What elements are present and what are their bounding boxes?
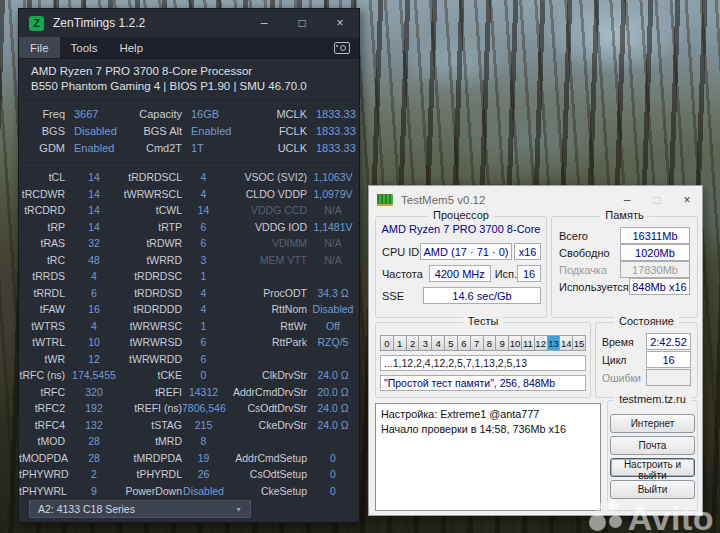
timing-label: tRCDWR bbox=[19, 188, 65, 200]
timing-label: tRFC4 bbox=[19, 419, 65, 431]
test-cell-14[interactable]: 14 bbox=[560, 335, 573, 351]
zentimings-window-title: ZenTimings 1.2.2 bbox=[53, 16, 145, 30]
menu-item-help[interactable]: Help bbox=[108, 37, 154, 58]
menu-item-file[interactable]: File bbox=[19, 37, 60, 58]
test-cell-5[interactable]: 5 bbox=[445, 335, 458, 351]
memory-row: Всего16311Mb bbox=[559, 227, 690, 244]
minimize-icon[interactable]: – bbox=[612, 193, 642, 207]
status-row: Ошибки bbox=[602, 369, 691, 386]
timing-label: tFAW bbox=[19, 303, 65, 315]
test-cell-8[interactable]: 8 bbox=[484, 335, 497, 351]
sse-speed-box: 14.6 sec/Gb bbox=[423, 287, 541, 304]
testmem5-window: TestMem5 v0.12 – □ × Процессор AMD Ryzen… bbox=[368, 185, 703, 516]
freq-label: BGS Alt bbox=[123, 125, 182, 137]
timing-label: tREFI (ns) bbox=[123, 402, 182, 414]
memory-value-box: 17830Mb bbox=[620, 261, 690, 278]
timing-label: tMODPDA bbox=[19, 452, 65, 464]
status-group: Состояние Время2:42.52Цикл16Ошибки bbox=[595, 322, 698, 398]
freq-value: 1833.33 bbox=[307, 125, 359, 137]
timing-label: tRRDL bbox=[19, 287, 65, 299]
timing-value: N/A bbox=[307, 237, 359, 249]
timing-label: tRDRDSCL bbox=[123, 171, 182, 183]
exit-button[interactable]: Выйти bbox=[610, 480, 695, 499]
timing-label: VDDG IOD bbox=[225, 221, 307, 233]
status-row: Время2:42.52 bbox=[602, 333, 691, 350]
test-cell-3[interactable]: 3 bbox=[419, 335, 432, 351]
freq-label: Cmd2T bbox=[123, 142, 182, 154]
freq-label: Capacity bbox=[123, 108, 182, 120]
test-cell-2[interactable]: 2 bbox=[407, 335, 420, 351]
timing-value: 1,1063V bbox=[307, 171, 359, 183]
test-cell-7[interactable]: 7 bbox=[471, 335, 484, 351]
timing-label: tRTP bbox=[123, 221, 182, 233]
timing-value: 215 bbox=[182, 419, 225, 431]
timing-value: 24.0 Ω bbox=[307, 419, 359, 431]
timings-grid: tCL14tRDRDSCL4VSOC (SVI2)1,1063VtRCDWR14… bbox=[19, 169, 359, 499]
memory-profile-selector[interactable]: A2: 4133 C18 Series ▼ bbox=[29, 500, 251, 518]
timing-label: CkeSetup bbox=[225, 485, 307, 497]
test-cell-1[interactable]: 1 bbox=[394, 335, 407, 351]
test-cell-6[interactable]: 6 bbox=[458, 335, 471, 351]
timing-value: 1 bbox=[182, 320, 225, 332]
close-icon[interactable]: × bbox=[321, 16, 359, 30]
configure-and-exit-button[interactable]: Настроить и выйти bbox=[610, 458, 695, 477]
timing-label: tRDRDSD bbox=[123, 287, 182, 299]
timing-value: 3 bbox=[182, 254, 225, 266]
timing-label: CLDO VDDP bbox=[225, 188, 307, 200]
timing-value: 10 bbox=[65, 336, 123, 348]
timing-label: VDIMM bbox=[225, 237, 307, 249]
test-cell-0[interactable]: 0 bbox=[380, 335, 394, 351]
status-row-label: Время bbox=[602, 336, 646, 348]
freq-value: Enabled bbox=[182, 125, 225, 137]
freq-value: 3667 bbox=[65, 108, 123, 120]
timing-label: tRP bbox=[19, 221, 65, 233]
memory-row-label: Используется bbox=[559, 281, 629, 293]
status-group-title: Состояние bbox=[614, 315, 679, 327]
memory-row: Свободно1020Mb bbox=[559, 244, 690, 261]
timing-label: CsOdtSetup bbox=[225, 468, 307, 480]
timing-label: tMRD bbox=[123, 435, 182, 447]
timing-value: 14 bbox=[65, 171, 123, 183]
maximize-icon[interactable]: □ bbox=[283, 16, 321, 30]
mail-button[interactable]: Почта bbox=[610, 436, 695, 455]
zentimings-menubar: FileToolsHelp bbox=[19, 37, 359, 59]
test-cell-10[interactable]: 10 bbox=[509, 335, 522, 351]
test-cell-9[interactable]: 9 bbox=[496, 335, 509, 351]
test-cell-15[interactable]: 15 bbox=[573, 335, 586, 351]
timing-label: tMRDPDA bbox=[123, 452, 182, 464]
screenshot-camera-icon[interactable] bbox=[334, 42, 350, 54]
timing-value: 1,0979V bbox=[307, 188, 359, 200]
timing-label: tRDRDDD bbox=[123, 303, 182, 315]
test-cell-12[interactable]: 12 bbox=[535, 335, 548, 351]
freq-label: Freq bbox=[19, 108, 65, 120]
test-cell-13[interactable]: 13 bbox=[548, 335, 561, 351]
menu-item-tools[interactable]: Tools bbox=[60, 37, 109, 58]
timing-value: 14 bbox=[65, 221, 123, 233]
timing-value: 34.3 Ω bbox=[307, 287, 359, 299]
zentimings-window: Z ZenTimings 1.2.2 – □ × FileToolsHelp A… bbox=[18, 8, 360, 523]
links-group-title: testmem.tz.ru bbox=[614, 393, 691, 405]
frequency-label: Частота bbox=[382, 268, 423, 280]
test-cell-11[interactable]: 11 bbox=[522, 335, 535, 351]
timing-label: AddrCmdSetup bbox=[225, 452, 307, 464]
timing-value: 28 bbox=[65, 452, 123, 464]
timing-value: 6 bbox=[182, 336, 225, 348]
memory-profile-selected-value: A2: 4133 C18 Series bbox=[38, 503, 135, 515]
close-icon[interactable]: × bbox=[672, 193, 702, 207]
test-cell-4[interactable]: 4 bbox=[432, 335, 445, 351]
timing-value: 24.0 Ω bbox=[307, 402, 359, 414]
timing-label: tWRWRDD bbox=[123, 353, 182, 365]
timing-value: 6 bbox=[182, 221, 225, 233]
timing-label: tRCDRD bbox=[19, 204, 65, 216]
minimize-icon[interactable]: – bbox=[245, 16, 283, 30]
timing-value: 19 bbox=[182, 452, 225, 464]
log-listbox[interactable]: Настройка: Extreme1 @anta777Начало прове… bbox=[375, 403, 601, 511]
motherboard-bios-line: B550 Phantom Gaming 4 | BIOS P1.90 | SMU… bbox=[31, 79, 359, 94]
timing-label: tPHYWRD bbox=[19, 468, 65, 480]
timing-label: RttPark bbox=[225, 336, 307, 348]
timing-label: tRFC2 bbox=[19, 402, 65, 414]
timing-value: 24.0 Ω bbox=[307, 369, 359, 381]
maximize-icon: □ bbox=[642, 193, 672, 207]
internet-button[interactable]: Интернет bbox=[610, 414, 695, 433]
timing-value: 4 bbox=[65, 270, 123, 282]
